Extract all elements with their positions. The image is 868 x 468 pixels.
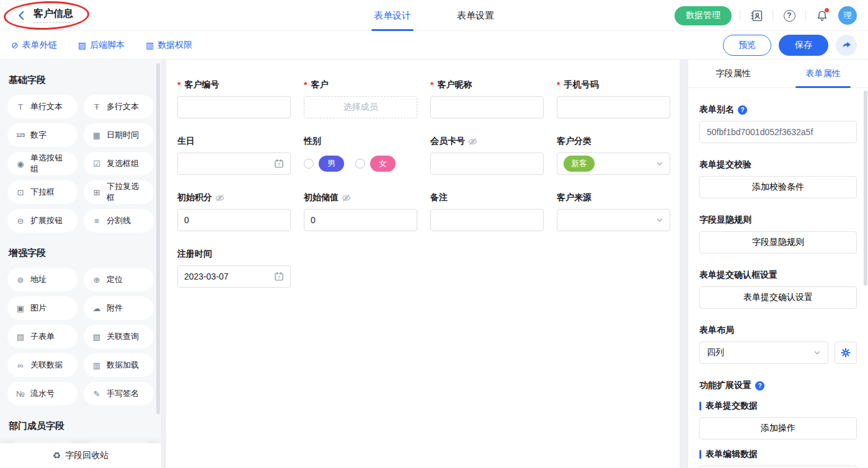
field-mobile-number[interactable]: *手机号码 <box>557 79 670 118</box>
field-item-location[interactable]: ⊕定位 <box>84 268 154 291</box>
birthday-date-input[interactable]: 7 <box>177 152 291 175</box>
field-birthday[interactable]: 生日 7 <box>177 136 291 175</box>
contacts-book-icon[interactable] <box>748 7 764 24</box>
layout-settings-button[interactable] <box>835 342 857 364</box>
field-initial-balance[interactable]: 初始储值 0 <box>304 192 417 231</box>
field-gender[interactable]: 性别 男 女 <box>304 136 417 175</box>
new-customer-tag: 新客 <box>564 156 595 172</box>
field-item-dropdown[interactable]: ⊡下拉框 <box>7 180 78 204</box>
required-mark: * <box>177 80 180 90</box>
field-label: 客户昵称 <box>437 79 472 91</box>
field-item-subform[interactable]: ▤子表单 <box>7 325 78 348</box>
section-title-basic-fields: 基础字段 <box>9 74 153 86</box>
form-external-link[interactable]: ⊘ 表单外链 <box>11 40 57 51</box>
form-layout-label: 表单布局 <box>699 325 734 336</box>
field-customer[interactable]: *客户 选择成员 <box>304 79 417 118</box>
register-time-input[interactable]: 2023-03-07 7 <box>177 265 291 288</box>
panel-scrollbar[interactable] <box>864 91 867 286</box>
gender-male-pill[interactable]: 男 <box>319 156 344 172</box>
field-customer-no[interactable]: *客户编号 <box>177 79 291 118</box>
customer-nickname-input[interactable] <box>430 96 544 118</box>
submit-data-add-button[interactable]: 添加操作 <box>699 417 857 439</box>
edit-data-add-button[interactable]: 添加操作 <box>699 466 857 468</box>
field-item-label: 数字 <box>30 130 46 141</box>
field-item-multi-line-text[interactable]: Ŧ多行文本 <box>84 95 154 118</box>
field-visibility-label: 字段显隐规则 <box>699 214 751 226</box>
field-customer-nickname[interactable]: *客户昵称 <box>430 79 544 118</box>
field-item-checkbox-group[interactable]: ☑复选框组 <box>84 152 154 175</box>
field-item-serial-number[interactable]: №流水号 <box>7 382 78 405</box>
extension-settings-label: 功能扩展设置 <box>699 380 751 391</box>
field-label: 客户分类 <box>557 136 591 147</box>
data-permission-link[interactable]: ▥ 数据权限 <box>146 40 192 51</box>
notification-bell-icon[interactable] <box>814 7 830 24</box>
field-member-card-no[interactable]: 会员卡号 <box>430 136 544 175</box>
initial-balance-input[interactable]: 0 <box>304 209 417 231</box>
recycle-icon: ♻ <box>53 450 61 461</box>
field-item-extend-button[interactable]: ⊖扩展按钮 <box>7 209 78 232</box>
field-item-datetime[interactable]: ▦日期时间 <box>84 123 154 147</box>
field-item-image[interactable]: ▣图片 <box>7 296 78 320</box>
recycle-bin-label: 字段回收站 <box>65 450 108 461</box>
gender-female-radio[interactable] <box>355 159 365 169</box>
toolbar-actions: 预览 保存 <box>723 35 857 56</box>
mobile-number-input[interactable] <box>557 96 670 118</box>
field-recycle-bin[interactable]: ♻ 字段回收站 <box>0 443 161 468</box>
field-item-signature[interactable]: ✎手写签名 <box>84 382 154 405</box>
alias-help-icon[interactable]: ? <box>738 105 747 115</box>
field-item-number[interactable]: 123数字 <box>7 123 78 147</box>
tab-form-properties[interactable]: 表单属性 <box>778 60 868 87</box>
field-remark[interactable]: 备注 <box>430 192 544 231</box>
tab-field-properties[interactable]: 字段属性 <box>688 60 778 87</box>
add-validation-button[interactable]: 添加校验条件 <box>699 176 857 198</box>
field-item-linked-query[interactable]: ▧关联查询 <box>84 325 154 348</box>
form-layout-row: 四列 <box>699 342 857 364</box>
help-icon[interactable]: ? <box>781 7 797 24</box>
field-item-attachment[interactable]: ☁附件 <box>84 296 154 320</box>
field-visibility-button[interactable]: 字段显隐规则 <box>699 231 857 254</box>
calendar-icon: 7 <box>274 272 284 281</box>
field-customer-category[interactable]: 客户分类 新客 <box>557 136 670 175</box>
field-customer-source[interactable]: 客户来源 <box>557 192 670 231</box>
preview-button[interactable]: 预览 <box>723 35 771 56</box>
field-item-radio-group[interactable]: ◉单选按钮组 <box>7 152 78 175</box>
signature-pen-icon: ✎ <box>91 389 102 399</box>
field-initial-points[interactable]: 初始积分 0 <box>177 192 291 231</box>
field-register-time[interactable]: 注册时间 2023-03-07 7 <box>177 249 291 288</box>
share-button[interactable] <box>836 35 857 56</box>
field-item-multi-dropdown[interactable]: ⊞下拉复选框 <box>84 180 154 204</box>
section-title-member-fields: 部门成员字段 <box>9 420 153 432</box>
calendar-icon: 7 <box>274 159 284 169</box>
field-item-data-load[interactable]: ▥数据加载 <box>84 353 154 377</box>
field-item-label: 子表单 <box>30 331 55 342</box>
field-item-divider-line[interactable]: ≡分割线 <box>84 209 154 232</box>
tab-form-design[interactable]: 表单设计 <box>371 0 414 31</box>
initial-points-input[interactable]: 0 <box>177 209 291 231</box>
layout-select[interactable]: 四列 <box>699 342 828 364</box>
customer-category-select[interactable]: 新客 <box>557 152 670 175</box>
field-label: 客户编号 <box>184 79 219 91</box>
customer-source-select[interactable] <box>557 209 670 231</box>
data-manage-button[interactable]: 数据管理 <box>675 6 732 25</box>
field-item-linked-data[interactable]: ∞关联数据 <box>7 353 78 377</box>
gender-male-radio[interactable] <box>304 159 314 169</box>
submit-confirm-button[interactable]: 表单提交确认设置 <box>699 286 857 309</box>
save-button[interactable]: 保存 <box>779 35 828 56</box>
input-value: 0 <box>311 215 410 225</box>
divider-line-icon: ≡ <box>91 216 102 226</box>
field-item-address[interactable]: ⊚地址 <box>7 268 78 291</box>
extension-help-icon[interactable]: ? <box>755 381 764 391</box>
user-avatar[interactable]: 理 <box>838 6 857 25</box>
member-card-input[interactable] <box>430 152 544 175</box>
sidebar-scrollbar[interactable] <box>156 63 160 414</box>
field-item-single-line-text[interactable]: T单行文本 <box>7 95 78 118</box>
backend-script-link[interactable]: ▨ 后端脚本 <box>78 40 125 51</box>
customer-no-input[interactable] <box>177 96 291 118</box>
gender-female-pill[interactable]: 女 <box>370 156 396 172</box>
form-alias-input[interactable]: 50fbf1bd7001d052f3632a5f <box>699 121 857 143</box>
remark-input[interactable] <box>430 209 544 231</box>
form-grid: *客户编号 *客户 选择成员 *客户昵称 *手机号码 生日 <box>177 79 668 288</box>
field-item-label: 关联查询 <box>107 331 139 342</box>
select-member-button[interactable]: 选择成员 <box>304 96 417 118</box>
tab-form-settings[interactable]: 表单设置 <box>454 0 497 31</box>
